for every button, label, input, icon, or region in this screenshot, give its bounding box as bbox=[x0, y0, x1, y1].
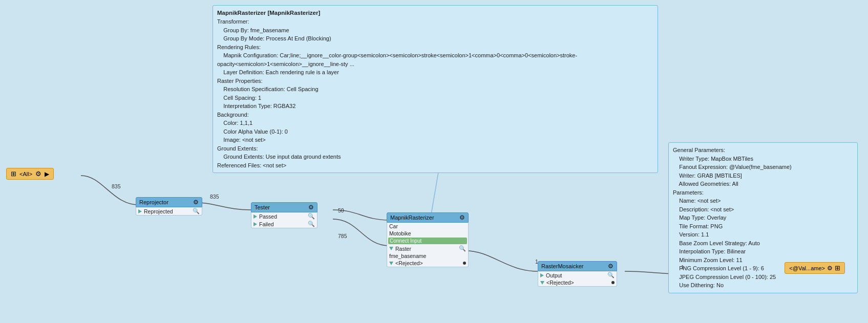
mapnik-rejected-triangle bbox=[389, 262, 393, 265]
output-table-icon: ⊞ bbox=[835, 264, 840, 272]
mapnik-rejected-label: <Rejected> bbox=[395, 260, 423, 266]
reprojector-port-reprojected: Reprojected 🔍 bbox=[136, 207, 202, 215]
edge-label-1-right: 1 bbox=[681, 264, 684, 270]
tooltip-line-4: Rendering Rules: bbox=[217, 43, 653, 52]
tester-label: Tester bbox=[255, 204, 270, 210]
tooltip-line-11: Background: bbox=[217, 111, 653, 119]
tooltip-line-13: Color Alpha Value (0-1): 0 bbox=[217, 127, 653, 136]
raster-mosaicker-node[interactable]: RasterMosaicker ⚙ Output 🔍 <Rejected> bbox=[538, 261, 617, 287]
output-node-box[interactable]: <@Val...ame> ⚙ ⊞ bbox=[785, 262, 845, 274]
tooltip-line-6: Layer Definition: Each rendering rule is… bbox=[217, 68, 653, 77]
passed-label: Passed bbox=[259, 213, 277, 220]
tooltip-line-1: Transformer: bbox=[217, 17, 653, 26]
tester-port-failed: Failed 🔍 bbox=[251, 220, 317, 228]
mapnik-body: Car Motobike Connect Input Raster 🔍 fme_… bbox=[387, 223, 469, 267]
output-gear-icon[interactable]: ⚙ bbox=[827, 265, 833, 272]
tooltip-line-3: Group By Mode: Process At End (Blocking) bbox=[217, 34, 653, 43]
tooltip-line-2: Group By: fme_basename bbox=[217, 26, 653, 35]
mapnik-port-raster: Raster 🔍 bbox=[387, 245, 468, 252]
mapnik-rejected-dot bbox=[463, 262, 466, 265]
mapnik-port-motobike: Motobike bbox=[387, 230, 468, 237]
output-port-triangle bbox=[540, 273, 544, 277]
right-tooltip-line-6: Parameters: bbox=[673, 188, 853, 197]
reprojector-node[interactable]: Reprojector ⚙ Reprojected 🔍 bbox=[136, 197, 202, 216]
rm-rejected-label: <Rejected> bbox=[546, 279, 574, 286]
arrow-icon: ▶ bbox=[45, 170, 49, 178]
output-node[interactable]: <@Val...ame> ⚙ ⊞ bbox=[785, 262, 845, 274]
right-tooltip-line-9: Map Type: Overlay bbox=[673, 213, 853, 222]
failed-port-triangle bbox=[253, 222, 257, 226]
raster-mosaicker-port-rejected: <Rejected> bbox=[538, 279, 617, 286]
right-tooltip-line-17: Use Dithering: No bbox=[673, 281, 853, 290]
tooltip-line-16: Ground Extents: Use input data ground ex… bbox=[217, 153, 653, 161]
right-tooltip-line-3: Fanout Expression: @Value(fme_basename) bbox=[673, 163, 853, 171]
tooltip-line-7: Raster Properties: bbox=[217, 77, 653, 85]
right-tooltip-line-2: Writer Type: MapBox MBTiles bbox=[673, 155, 853, 163]
right-tooltip-line-7: Name: <not set> bbox=[673, 197, 853, 205]
reprojector-gear-icon[interactable]: ⚙ bbox=[193, 199, 199, 206]
edge-label-50: 50 bbox=[338, 207, 344, 213]
input-node-box[interactable]: ⊞ <All> ⚙ ▶ bbox=[6, 168, 54, 180]
raster-mosaicker-header[interactable]: RasterMosaicker ⚙ bbox=[538, 261, 617, 271]
tester-body: Passed 🔍 Failed 🔍 bbox=[251, 212, 317, 228]
mapnik-tooltip: MapnikRasterizer [MapnikRasterizer] Tran… bbox=[213, 5, 658, 173]
right-tooltip-line-11: Version: 1.1 bbox=[673, 230, 853, 239]
tooltip-line-9: Cell Spacing: 1 bbox=[217, 94, 653, 102]
mapnik-port-rejected: <Rejected> bbox=[387, 260, 468, 267]
raster-label: Raster bbox=[395, 246, 411, 252]
right-tooltip-line-12: Base Zoom Level Strategy: Auto bbox=[673, 239, 853, 248]
tester-node[interactable]: Tester ⚙ Passed 🔍 Failed 🔍 bbox=[251, 202, 317, 228]
basename-label: fme_basename bbox=[389, 253, 426, 259]
input-node[interactable]: ⊞ <All> ⚙ ▶ bbox=[6, 168, 54, 180]
output-node-label: <@Val...ame> bbox=[789, 265, 825, 271]
edge-label-835-left: 835 bbox=[112, 183, 121, 189]
mapnik-node[interactable]: MapnikRasterizer ⚙ Car Motobike Connect … bbox=[387, 212, 469, 267]
raster-mosaicker-body: Output 🔍 <Rejected> bbox=[538, 271, 617, 287]
tooltip-title: MapnikRasterizer [MapnikRasterizer] bbox=[217, 9, 653, 17]
rm-rejected-triangle bbox=[540, 281, 544, 285]
raster-mag-icon[interactable]: 🔍 bbox=[459, 245, 466, 252]
right-tooltip-line-5: Allowed Geometries: All bbox=[673, 180, 853, 188]
mapnik-gear-icon[interactable]: ⚙ bbox=[459, 214, 465, 221]
reprojector-body: Reprojected 🔍 bbox=[136, 207, 202, 216]
tooltip-line-5: Mapnik Configuration: Car;line;__ignore_… bbox=[217, 51, 653, 68]
passed-mag-icon[interactable]: 🔍 bbox=[308, 213, 315, 220]
right-tooltip-line-8: Description: <not set> bbox=[673, 205, 853, 214]
raster-port-triangle bbox=[389, 247, 393, 250]
right-tooltip-line-10: Tile Format: PNG bbox=[673, 222, 853, 231]
tooltip-line-17: Referenced Files: <not set> bbox=[217, 161, 653, 170]
tooltip-line-12: Color: 1,1,1 bbox=[217, 119, 653, 127]
canvas: MapnikRasterizer [MapnikRasterizer] Tran… bbox=[0, 0, 868, 323]
connect-label: Connect Input bbox=[390, 238, 421, 244]
car-label: Car bbox=[389, 223, 398, 229]
failed-mag-icon[interactable]: 🔍 bbox=[308, 221, 315, 227]
table-icon: ⊞ bbox=[11, 170, 16, 178]
tester-port-passed: Passed 🔍 bbox=[251, 212, 317, 220]
edge-label-835-right: 835 bbox=[210, 193, 219, 200]
mapnik-port-connect: Connect Input bbox=[388, 238, 467, 244]
right-tooltip-line-4: Writer: GRAB [MBTILES] bbox=[673, 171, 853, 180]
tester-gear-icon[interactable]: ⚙ bbox=[308, 204, 314, 211]
tester-header[interactable]: Tester ⚙ bbox=[251, 202, 317, 212]
motobike-label: Motobike bbox=[389, 230, 411, 236]
input-label: <All> bbox=[19, 171, 32, 177]
reprojected-port-triangle bbox=[138, 209, 142, 213]
reprojector-header[interactable]: Reprojector ⚙ bbox=[136, 197, 202, 207]
tooltip-line-8: Resolution Specification: Cell Spacing bbox=[217, 85, 653, 94]
raster-mosaicker-gear-icon[interactable]: ⚙ bbox=[608, 263, 613, 270]
output-label: Output bbox=[546, 272, 562, 278]
raster-mosaicker-port-output: Output 🔍 bbox=[538, 271, 617, 279]
failed-label: Failed bbox=[259, 221, 274, 227]
tooltip-line-10: Interpretation Type: RGBA32 bbox=[217, 102, 653, 111]
right-tooltip-line-1: General Parameters: bbox=[673, 146, 853, 155]
reprojector-label: Reprojector bbox=[139, 199, 168, 205]
edge-label-785: 785 bbox=[338, 233, 347, 239]
output-mag-icon[interactable]: 🔍 bbox=[607, 272, 615, 278]
reprojected-mag-icon[interactable]: 🔍 bbox=[193, 208, 200, 214]
raster-mosaicker-label: RasterMosaicker bbox=[541, 263, 584, 269]
passed-port-triangle bbox=[253, 214, 257, 219]
mapnik-header[interactable]: MapnikRasterizer ⚙ bbox=[387, 212, 469, 223]
mapnik-port-basename: fme_basename bbox=[387, 252, 468, 260]
gear-icon[interactable]: ⚙ bbox=[35, 170, 41, 178]
mapnik-label: MapnikRasterizer bbox=[390, 214, 434, 221]
